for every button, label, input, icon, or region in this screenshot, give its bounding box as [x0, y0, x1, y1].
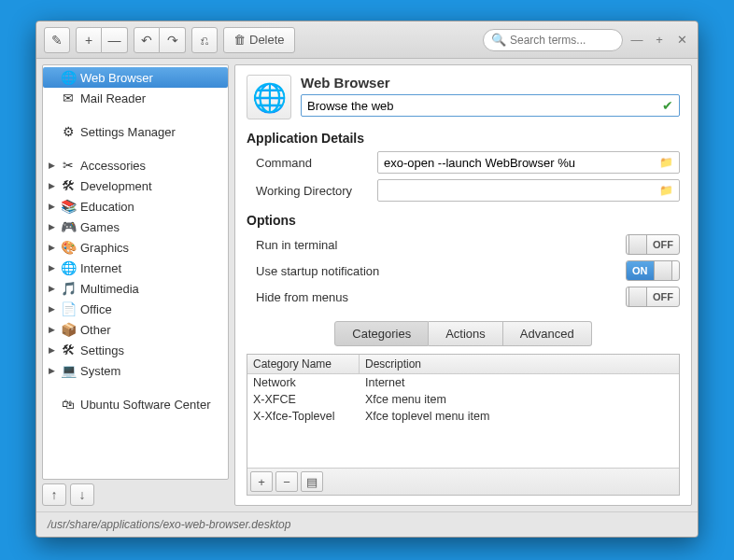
item-icon: 📦 [60, 321, 77, 338]
sidebar-item[interactable]: ⚙Settings Manager [43, 121, 228, 142]
delete-button[interactable]: 🗑 Delete [223, 27, 295, 53]
table-row[interactable]: X-Xfce-ToplevelXfce toplevel menu item [247, 408, 679, 425]
sidebar-item-label: Internet [80, 261, 121, 275]
toggle-terminal[interactable]: OFF [626, 234, 680, 255]
toolbar: ✎ + ― ↶ ↷ ⎌ 🗑 Delete 🔍 — + ✕ [36, 21, 698, 59]
search-icon: 🔍 [491, 33, 506, 47]
sidebar: 🌐Web Browser✉Mail Reader⚙Settings Manage… [42, 64, 229, 506]
sidebar-item[interactable]: ✉Mail Reader [43, 88, 228, 108]
item-icon: ✂ [60, 157, 77, 174]
tabs: CategoriesActionsAdvanced [247, 321, 680, 346]
workdir-browse-button[interactable]: 📁 [656, 182, 675, 199]
sidebar-item-label: Mail Reader [80, 91, 146, 105]
sidebar-item[interactable]: ▶🎨Graphics [43, 237, 228, 258]
table-row[interactable]: X-XFCEXfce menu item [247, 391, 679, 408]
sidebar-item-label: Multimedia [80, 282, 139, 296]
sidebar-item[interactable]: ▶🛠Development [43, 175, 228, 196]
menu-tree[interactable]: 🌐Web Browser✉Mail Reader⚙Settings Manage… [42, 64, 229, 480]
sidebar-item[interactable]: ▶🛠Settings [43, 340, 228, 360]
add-sep-button[interactable]: ― [102, 27, 128, 53]
item-icon: 📄 [60, 301, 77, 317]
maximize-button[interactable]: + [651, 32, 668, 49]
footer-path: /usr/share/applications/exo-web-browser.… [36, 511, 698, 537]
item-icon: ✉ [60, 90, 77, 106]
categories-body[interactable]: NetworkInternetX-XFCEXfce menu itemX-Xfc… [247, 374, 679, 468]
tab-advanced[interactable]: Advanced [503, 321, 592, 346]
add-button[interactable]: + [76, 27, 102, 53]
move-down-button[interactable]: ↓ [70, 483, 94, 506]
search-input[interactable] [510, 34, 614, 47]
header: 🌐 Web Browser ✔ [247, 75, 680, 119]
toggle-startup[interactable]: ON [626, 260, 680, 281]
app-window: ✎ + ― ↶ ↷ ⎌ 🗑 Delete 🔍 — + ✕ 🌐Web Browse… [35, 21, 699, 538]
section-app-details: Application Details [247, 131, 680, 146]
command-input[interactable] [384, 156, 656, 170]
check-icon: ✔ [662, 98, 673, 113]
sidebar-item[interactable]: ▶📦Other [43, 319, 228, 340]
sidebar-item[interactable]: ▶📄Office [43, 299, 228, 319]
category-clear-button[interactable]: ▤ [301, 471, 323, 492]
option-label: Use startup notification [247, 264, 626, 278]
item-icon: 📚 [60, 198, 77, 215]
cell-desc: Internet [360, 374, 679, 391]
tab-categories[interactable]: Categories [334, 321, 429, 346]
cell-name: X-Xfce-Toplevel [247, 408, 360, 425]
item-icon: ⚙ [60, 123, 77, 140]
tree-nav: ↑ ↓ [42, 483, 229, 506]
sidebar-item-label: Office [80, 302, 112, 316]
minimize-button[interactable]: — [628, 32, 645, 49]
option-label: Run in terminal [247, 238, 626, 252]
item-icon: 🎨 [60, 239, 77, 256]
expand-arrow-icon: ▶ [49, 243, 56, 252]
body: 🌐Web Browser✉Mail Reader⚙Settings Manage… [36, 59, 698, 511]
item-icon: 🛍 [60, 396, 77, 413]
item-icon: 🎮 [60, 218, 77, 235]
revert-button[interactable]: ⎌ [191, 27, 218, 53]
col-description[interactable]: Description [360, 355, 679, 373]
cell-desc: Xfce toplevel menu item [360, 408, 679, 425]
sidebar-item[interactable]: ▶💻System [43, 360, 228, 381]
name-input[interactable] [307, 99, 662, 113]
redo-button[interactable]: ↷ [160, 27, 186, 53]
section-options: Options [247, 213, 680, 228]
table-row[interactable]: NetworkInternet [247, 374, 679, 391]
expand-arrow-icon: ▶ [49, 325, 56, 334]
undo-button[interactable]: ↶ [134, 27, 160, 53]
item-icon: 🌐 [60, 69, 77, 86]
option-label: Hide from menus [247, 290, 626, 304]
tab-actions[interactable]: Actions [429, 321, 503, 346]
item-icon: 🛠 [60, 342, 77, 358]
app-icon-button[interactable]: 🌐 [247, 75, 291, 119]
sidebar-item[interactable]: 🛍Ubuntu Software Center [43, 394, 228, 414]
cell-desc: Xfce menu item [360, 391, 679, 408]
expand-arrow-icon: ▶ [49, 263, 56, 273]
categories-table: Category Name Description NetworkInterne… [247, 354, 680, 496]
sidebar-item-label: Development [80, 179, 152, 193]
sidebar-item[interactable]: ▶✂Accessories [43, 155, 228, 175]
expand-arrow-icon: ▶ [49, 366, 56, 375]
move-up-button[interactable]: ↑ [42, 483, 66, 506]
sidebar-item[interactable]: ▶📚Education [43, 196, 228, 217]
delete-label: Delete [249, 33, 285, 47]
category-remove-button[interactable]: − [275, 471, 298, 492]
sidebar-item[interactable]: 🌐Web Browser [43, 67, 228, 88]
sidebar-item-label: Settings Manager [80, 125, 176, 139]
search-box[interactable]: 🔍 [483, 29, 623, 51]
sidebar-item-label: Graphics [80, 241, 129, 255]
cell-name: X-XFCE [247, 391, 360, 408]
close-button[interactable]: ✕ [673, 32, 690, 49]
sidebar-item-label: Ubuntu Software Center [80, 398, 210, 412]
category-add-button[interactable]: + [250, 471, 273, 492]
col-category-name[interactable]: Category Name [247, 355, 360, 373]
sidebar-item[interactable]: ▶🌐Internet [43, 258, 228, 278]
sidebar-item[interactable]: ▶🎵Multimedia [43, 278, 228, 299]
sidebar-item-label: Accessories [80, 159, 146, 173]
toggle-hide[interactable]: OFF [626, 287, 680, 307]
edit-button[interactable]: ✎ [44, 27, 70, 53]
sidebar-item[interactable]: ▶🎮Games [43, 217, 228, 237]
workdir-input[interactable] [384, 184, 656, 198]
main-panel: 🌐 Web Browser ✔ Application Details Comm… [234, 64, 692, 506]
sidebar-item-label: Web Browser [80, 71, 153, 85]
command-browse-button[interactable]: 📁 [656, 154, 675, 171]
expand-arrow-icon: ▶ [49, 181, 56, 190]
